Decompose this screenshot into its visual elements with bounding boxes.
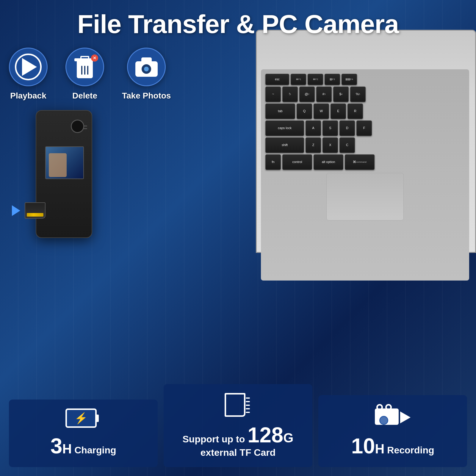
camera-lens (142, 64, 151, 74)
storage-info-box: Support up to 128G external TF Card (164, 384, 312, 467)
recording-unit: H (375, 441, 385, 456)
storage-card (225, 393, 245, 417)
trash-line-1 (81, 66, 82, 75)
storage-number: 128 (248, 423, 283, 447)
main-content: File Transfer & PC Camera Playback (0, 0, 476, 476)
icon-item-delete: ✕ Delete (65, 48, 104, 101)
body-camera-device (36, 110, 92, 238)
battery-bolt-icon: ⚡ (74, 412, 88, 425)
trash-line-2 (84, 66, 85, 75)
trash-x-icon: ✕ (91, 54, 98, 62)
play-icon (22, 58, 37, 76)
storage-unit: G (283, 430, 293, 445)
storage-line-1 (246, 397, 250, 399)
camera-icon-circle (127, 48, 166, 86)
sd-card-stripe (27, 213, 43, 217)
charging-number: 3 (50, 434, 62, 458)
recording-number: 10 (351, 434, 375, 458)
storage-lines (246, 397, 250, 413)
vcam-triangle (400, 411, 411, 423)
storage-text: Support up to 128G external TF Card (183, 423, 294, 458)
vcam-lens-circle (379, 416, 388, 425)
take-photos-label: Take Photos (122, 91, 171, 101)
bottom-info-section: ⚡ 3H Charging (9, 384, 467, 467)
screen-figure (49, 153, 67, 177)
trash-icon: ✕ (74, 56, 95, 78)
sd-card-arrow (12, 205, 20, 216)
storage-line-3 (246, 405, 250, 406)
trash-line-3 (87, 66, 88, 75)
battery-tip (96, 414, 99, 422)
device-screen (45, 146, 84, 179)
storage-label: Support up to (183, 434, 245, 444)
icon-item-playback: Playback (9, 48, 48, 101)
delete-label: Delete (72, 91, 97, 101)
icons-row: Playback ✕ Delete (9, 48, 171, 101)
page-title: File Transfer & PC Camera (0, 9, 476, 39)
storage-line-2 (246, 401, 250, 402)
playback-label: Playback (10, 91, 46, 101)
camera-lens-inner (144, 67, 149, 71)
storage-line-5 (246, 412, 250, 413)
sd-card (25, 202, 46, 219)
device-screen-content (46, 147, 83, 178)
camera-icon (135, 57, 158, 77)
device-camera-lens (71, 120, 84, 133)
trash-body (77, 61, 93, 78)
battery-icon: ⚡ (65, 408, 101, 428)
storage-line-4 (246, 408, 250, 409)
sd-card-area (12, 202, 46, 219)
storage-icon (225, 393, 251, 417)
recording-text: 10H Recording (351, 434, 434, 458)
battery-body: ⚡ (65, 408, 97, 428)
playback-icon-circle (9, 48, 48, 86)
charging-label: Charging (74, 445, 116, 455)
delete-icon-circle: ✕ (65, 48, 104, 86)
storage-sublabel: external TF Card (201, 447, 276, 458)
trash-lines (81, 66, 88, 75)
charging-text: 3H Charging (50, 434, 116, 458)
video-camera-icon (375, 404, 411, 428)
recording-label: Recording (387, 445, 434, 455)
charging-unit: H (62, 441, 72, 456)
icon-item-take-photos: Take Photos (122, 48, 171, 101)
recording-info-box: 10H Recording (318, 395, 467, 467)
play-circle-outer (15, 54, 42, 80)
charging-info-box: ⚡ 3H Charging (9, 400, 158, 467)
vcam-body (375, 408, 399, 425)
device-body (36, 110, 92, 238)
camera-body (135, 61, 158, 77)
